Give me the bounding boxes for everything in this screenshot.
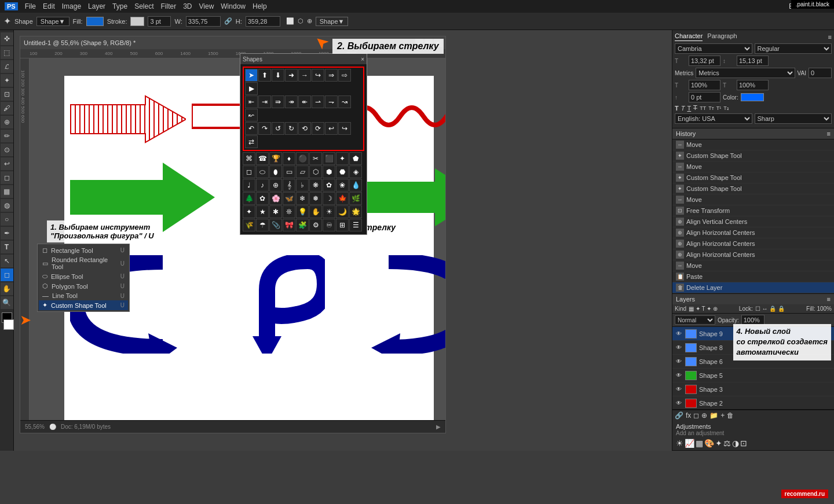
layer-item[interactable]: 👁 Shape 5 — [672, 369, 834, 382]
vscale-input[interactable] — [737, 80, 769, 90]
fx-btn[interactable]: fx — [686, 411, 691, 420]
zoom-tool[interactable]: 🔍 — [1, 296, 13, 309]
eyedropper[interactable]: 🖋 — [1, 102, 13, 115]
bg-color[interactable] — [3, 319, 14, 330]
shape-cell[interactable]: ☽ — [323, 192, 335, 205]
canvas-area[interactable]: Untitled-1 @ 55,6% (Shape 9, RGB/8) * - … — [14, 30, 672, 451]
menu-edit[interactable]: Edit — [43, 2, 55, 10]
shape-cell[interactable]: 🌙 — [336, 205, 349, 218]
magic-wand[interactable]: ✦ — [1, 74, 13, 87]
shape-cell[interactable]: → — [298, 69, 311, 82]
shape-cell[interactable]: ⇁ — [325, 95, 338, 108]
lasso-tool[interactable]: 𝓛 — [1, 60, 13, 73]
shape-dropdown[interactable]: Shape▼ — [36, 17, 70, 26]
eraser-tool[interactable]: ◻ — [1, 171, 13, 184]
shape-cell[interactable]: ☂ — [256, 219, 269, 231]
history-item[interactable]: ⊕ Align Vertical Centers — [672, 216, 834, 227]
hand-tool[interactable]: ✋ — [1, 282, 13, 295]
pen-tool[interactable]: ✒ — [1, 227, 13, 240]
selection-tool[interactable]: ⬚ — [1, 46, 13, 59]
path-select[interactable]: ↖ — [1, 255, 13, 267]
shape-cell[interactable]: ⬟ — [349, 152, 362, 165]
shape-cell[interactable]: ⬭ — [256, 165, 269, 178]
shape-cell[interactable]: ⇨ — [338, 69, 351, 82]
tab-character[interactable]: Character — [675, 32, 703, 41]
width-input[interactable] — [186, 16, 221, 27]
new-layer-btn[interactable]: + — [720, 411, 725, 420]
panel-menu-icon[interactable]: ≡ — [828, 34, 832, 41]
link-icon[interactable]: 🔗 — [224, 17, 232, 25]
shape-cell[interactable]: ☎ — [256, 152, 269, 165]
bold-btn[interactable]: T — [675, 105, 679, 112]
menu-file[interactable]: File — [25, 2, 36, 10]
shape-cell[interactable]: ⚫ — [296, 152, 309, 165]
superscript-btn[interactable]: T¹ — [716, 105, 722, 111]
shape-cell[interactable]: ⇛ — [272, 95, 284, 108]
history-item[interactable]: ↔ Move — [672, 260, 834, 271]
menu-image[interactable]: Image — [62, 2, 81, 10]
ps-icon[interactable]: PS — [5, 2, 18, 10]
type-tool[interactable]: T — [1, 241, 13, 253]
shape-cell[interactable]: ▱ — [296, 165, 309, 178]
shape-cell[interactable]: ↝ — [338, 95, 351, 108]
shape-cell[interactable]: ↞ — [298, 95, 311, 108]
smallcaps-btn[interactable]: Tт — [708, 105, 714, 111]
color-picker[interactable] — [741, 93, 764, 101]
shape-cell[interactable]: ⬢ — [323, 165, 335, 178]
history-item[interactable]: 📋 Paste — [672, 271, 834, 282]
history-item[interactable]: ✦ Custom Shape Tool — [672, 150, 834, 161]
shape-cell[interactable]: 🌸 — [269, 192, 282, 205]
rectangle-tool[interactable]: ◻ Rectangle Tool U — [39, 245, 128, 255]
menu-select[interactable]: Select — [134, 2, 153, 10]
move-tool[interactable]: ✜ — [1, 32, 13, 45]
shape-cell[interactable]: 🦋 — [283, 192, 295, 205]
brush-tool[interactable]: ✏ — [1, 130, 13, 142]
shape-cell[interactable]: ⟳ — [312, 122, 324, 135]
adj-brightness[interactable]: ☀ — [676, 439, 683, 448]
shape-cell[interactable]: 🧩 — [296, 219, 309, 231]
clone-tool[interactable]: ⊙ — [1, 144, 13, 156]
history-item[interactable]: ⊕ Align Horizontal Centers — [672, 249, 834, 260]
allcaps-btn[interactable]: TT — [700, 105, 706, 111]
shape-btn2[interactable]: Shape▼ — [316, 17, 349, 26]
layer-visibility[interactable]: 👁 — [675, 371, 683, 380]
layer-visibility[interactable]: 👁 — [675, 385, 683, 393]
menu-3d[interactable]: 3D — [183, 2, 192, 10]
shape-cell[interactable]: ◻ — [243, 165, 255, 178]
shape-cell[interactable]: ↶ — [245, 122, 258, 135]
shape-cell[interactable]: ♭ — [296, 179, 309, 192]
shape-cell[interactable]: 💧 — [349, 179, 362, 192]
shape-cell[interactable]: ⊞ — [336, 219, 349, 231]
shape-cell[interactable]: ◈ — [349, 165, 362, 178]
leading-input[interactable] — [737, 56, 769, 66]
shape-cell[interactable]: ⬡ — [309, 165, 322, 178]
shape-cell[interactable]: 🍁 — [336, 192, 349, 205]
vai-input[interactable] — [809, 68, 832, 78]
antialias-select[interactable]: Sharp — [755, 113, 832, 124]
stroke-color[interactable] — [130, 17, 144, 26]
recommend-badge[interactable]: recommend.ru — [781, 490, 828, 498]
shape-cell[interactable]: ↻ — [285, 122, 298, 135]
adj-levels[interactable]: ▦ — [696, 439, 703, 448]
shape-cell[interactable]: ↜ — [245, 109, 258, 122]
adj-phfilter[interactable]: ⊡ — [740, 439, 747, 448]
shape-cell[interactable]: ↠ — [285, 95, 298, 108]
fill-color[interactable] — [86, 17, 104, 26]
shape-cell[interactable]: ✂ — [309, 152, 322, 165]
menu-window[interactable]: Window — [221, 2, 246, 10]
layers-menu[interactable]: ≡ — [827, 296, 831, 303]
shape-cell[interactable]: ➤ — [245, 69, 258, 82]
layer-visibility[interactable]: 👁 — [675, 399, 683, 407]
align-icon[interactable]: ⬜ — [286, 17, 294, 25]
crop-tool[interactable]: ⊡ — [1, 88, 13, 101]
subscript-btn[interactable]: T₂ — [723, 105, 729, 111]
layer-visibility[interactable]: 👁 — [675, 344, 683, 352]
blend-mode-select[interactable]: Normal — [675, 315, 715, 325]
shape-cell[interactable]: ♦ — [283, 152, 295, 165]
history-item[interactable]: ↔ Move — [672, 139, 834, 150]
adj-btn[interactable]: ⊕ — [701, 411, 707, 420]
adj-colorbalance[interactable]: ⚖ — [723, 439, 731, 448]
history-item[interactable]: ✦ Custom Shape Tool — [672, 172, 834, 183]
shape-cell[interactable]: 🎀 — [283, 219, 295, 231]
ellipse-tool[interactable]: ⬭ Ellipse Tool U — [39, 271, 128, 281]
